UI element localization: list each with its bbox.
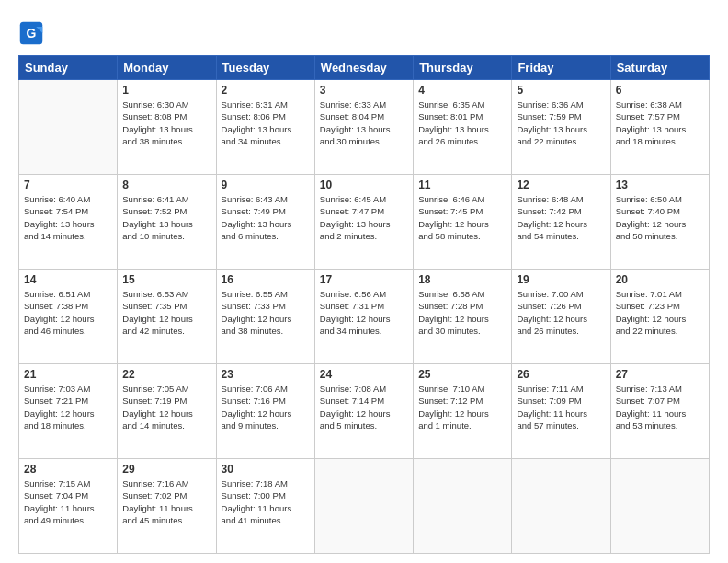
calendar-cell — [19, 80, 118, 175]
weekday-header-cell: Tuesday — [216, 56, 314, 80]
calendar-cell: 5Sunrise: 6:36 AMSunset: 7:59 PMDaylight… — [512, 80, 610, 175]
day-number: 3 — [320, 84, 408, 97]
calendar-cell: 15Sunrise: 6:53 AMSunset: 7:35 PMDayligh… — [118, 270, 216, 364]
calendar-cell: 28Sunrise: 7:15 AMSunset: 7:04 PMDayligh… — [19, 459, 118, 554]
day-number: 28 — [24, 463, 112, 476]
calendar-cell — [414, 459, 512, 554]
day-info: Sunrise: 7:01 AMSunset: 7:23 PMDaylight:… — [616, 288, 704, 337]
calendar-cell — [314, 459, 413, 554]
day-info: Sunrise: 6:41 AMSunset: 7:52 PMDaylight:… — [122, 193, 210, 242]
day-info: Sunrise: 6:30 AMSunset: 8:08 PMDaylight:… — [122, 98, 210, 147]
day-number: 2 — [222, 84, 310, 97]
day-number: 1 — [122, 84, 210, 97]
calendar-cell — [610, 459, 709, 554]
calendar-cell: 16Sunrise: 6:55 AMSunset: 7:33 PMDayligh… — [216, 270, 314, 364]
day-info: Sunrise: 7:16 AMSunset: 7:02 PMDaylight:… — [122, 477, 210, 526]
day-info: Sunrise: 6:48 AMSunset: 7:42 PMDaylight:… — [517, 193, 605, 242]
day-number: 29 — [122, 463, 210, 476]
day-info: Sunrise: 7:11 AMSunset: 7:09 PMDaylight:… — [517, 383, 605, 431]
day-info: Sunrise: 6:33 AMSunset: 8:04 PMDaylight:… — [320, 98, 408, 147]
day-number: 12 — [517, 178, 605, 191]
day-info: Sunrise: 6:46 AMSunset: 7:45 PMDaylight:… — [418, 193, 506, 242]
day-info: Sunrise: 7:06 AMSunset: 7:16 PMDaylight:… — [222, 383, 310, 431]
day-info: Sunrise: 6:35 AMSunset: 8:01 PMDaylight:… — [418, 98, 506, 147]
day-info: Sunrise: 6:51 AMSunset: 7:38 PMDaylight:… — [24, 288, 112, 337]
day-info: Sunrise: 7:03 AMSunset: 7:21 PMDaylight:… — [24, 383, 112, 431]
day-info: Sunrise: 7:00 AMSunset: 7:26 PMDaylight:… — [517, 288, 605, 337]
day-number: 14 — [24, 273, 112, 286]
calendar-cell: 10Sunrise: 6:45 AMSunset: 7:47 PMDayligh… — [314, 175, 413, 270]
day-number: 21 — [24, 368, 112, 381]
calendar-cell: 11Sunrise: 6:46 AMSunset: 7:45 PMDayligh… — [414, 175, 512, 270]
day-number: 24 — [320, 368, 408, 381]
day-info: Sunrise: 6:50 AMSunset: 7:40 PMDaylight:… — [616, 193, 704, 242]
day-info: Sunrise: 6:40 AMSunset: 7:54 PMDaylight:… — [24, 193, 112, 242]
calendar-week-row: 1Sunrise: 6:30 AMSunset: 8:08 PMDaylight… — [19, 80, 710, 175]
day-info: Sunrise: 7:10 AMSunset: 7:12 PMDaylight:… — [418, 383, 506, 431]
calendar-week-row: 7Sunrise: 6:40 AMSunset: 7:54 PMDaylight… — [19, 175, 710, 270]
day-number: 23 — [222, 368, 310, 381]
day-number: 13 — [616, 178, 704, 191]
calendar-cell: 25Sunrise: 7:10 AMSunset: 7:12 PMDayligh… — [414, 364, 512, 459]
calendar-cell: 17Sunrise: 6:56 AMSunset: 7:31 PMDayligh… — [314, 270, 413, 364]
day-number: 8 — [122, 178, 210, 191]
day-info: Sunrise: 6:38 AMSunset: 7:57 PMDaylight:… — [616, 98, 704, 147]
calendar-cell: 9Sunrise: 6:43 AMSunset: 7:49 PMDaylight… — [216, 175, 314, 270]
calendar-page: G SundayMondayTuesdayWednesdayThursdayFr… — [0, 0, 728, 563]
calendar-week-row: 14Sunrise: 6:51 AMSunset: 7:38 PMDayligh… — [19, 270, 710, 364]
logo-icon: G — [18, 20, 44, 46]
day-info: Sunrise: 6:53 AMSunset: 7:35 PMDaylight:… — [122, 288, 210, 337]
day-number: 15 — [122, 273, 210, 286]
calendar-cell: 14Sunrise: 6:51 AMSunset: 7:38 PMDayligh… — [19, 270, 118, 364]
day-number: 27 — [616, 368, 704, 381]
calendar-week-row: 28Sunrise: 7:15 AMSunset: 7:04 PMDayligh… — [19, 459, 710, 554]
day-info: Sunrise: 7:08 AMSunset: 7:14 PMDaylight:… — [320, 383, 408, 431]
calendar-cell: 3Sunrise: 6:33 AMSunset: 8:04 PMDaylight… — [314, 80, 413, 175]
calendar-week-row: 21Sunrise: 7:03 AMSunset: 7:21 PMDayligh… — [19, 364, 710, 459]
weekday-header-cell: Monday — [118, 56, 216, 80]
calendar-cell: 8Sunrise: 6:41 AMSunset: 7:52 PMDaylight… — [118, 175, 216, 270]
day-info: Sunrise: 7:05 AMSunset: 7:19 PMDaylight:… — [122, 383, 210, 431]
day-number: 26 — [517, 368, 605, 381]
day-number: 22 — [122, 368, 210, 381]
day-number: 11 — [418, 178, 506, 191]
day-info: Sunrise: 6:45 AMSunset: 7:47 PMDaylight:… — [320, 193, 408, 242]
day-info: Sunrise: 6:43 AMSunset: 7:49 PMDaylight:… — [222, 193, 310, 242]
day-number: 10 — [320, 178, 408, 191]
calendar-cell: 29Sunrise: 7:16 AMSunset: 7:02 PMDayligh… — [118, 459, 216, 554]
day-number: 20 — [616, 273, 704, 286]
day-info: Sunrise: 6:31 AMSunset: 8:06 PMDaylight:… — [222, 98, 310, 147]
calendar-cell: 13Sunrise: 6:50 AMSunset: 7:40 PMDayligh… — [610, 175, 709, 270]
day-number: 16 — [222, 273, 310, 286]
day-number: 17 — [320, 273, 408, 286]
weekday-header-cell: Friday — [512, 56, 610, 80]
day-number: 7 — [24, 178, 112, 191]
calendar-cell — [512, 459, 610, 554]
calendar-cell: 18Sunrise: 6:58 AMSunset: 7:28 PMDayligh… — [414, 270, 512, 364]
day-number: 5 — [517, 84, 605, 97]
calendar-cell: 19Sunrise: 7:00 AMSunset: 7:26 PMDayligh… — [512, 270, 610, 364]
calendar-cell: 7Sunrise: 6:40 AMSunset: 7:54 PMDaylight… — [19, 175, 118, 270]
calendar-cell: 6Sunrise: 6:38 AMSunset: 7:57 PMDaylight… — [610, 80, 709, 175]
calendar-cell: 21Sunrise: 7:03 AMSunset: 7:21 PMDayligh… — [19, 364, 118, 459]
calendar-cell: 20Sunrise: 7:01 AMSunset: 7:23 PMDayligh… — [610, 270, 709, 364]
calendar-cell: 22Sunrise: 7:05 AMSunset: 7:19 PMDayligh… — [118, 364, 216, 459]
calendar-table: SundayMondayTuesdayWednesdayThursdayFrid… — [18, 55, 710, 554]
svg-text:G: G — [27, 26, 37, 40]
weekday-header-row: SundayMondayTuesdayWednesdayThursdayFrid… — [19, 56, 710, 80]
day-number: 19 — [517, 273, 605, 286]
calendar-cell: 23Sunrise: 7:06 AMSunset: 7:16 PMDayligh… — [216, 364, 314, 459]
day-number: 18 — [418, 273, 506, 286]
day-number: 30 — [222, 463, 310, 476]
calendar-cell: 27Sunrise: 7:13 AMSunset: 7:07 PMDayligh… — [610, 364, 709, 459]
day-number: 6 — [616, 84, 704, 97]
day-info: Sunrise: 6:55 AMSunset: 7:33 PMDaylight:… — [222, 288, 310, 337]
weekday-header-cell: Thursday — [414, 56, 512, 80]
calendar-body: 1Sunrise: 6:30 AMSunset: 8:08 PMDaylight… — [19, 80, 710, 554]
day-info: Sunrise: 6:56 AMSunset: 7:31 PMDaylight:… — [320, 288, 408, 337]
day-info: Sunrise: 7:18 AMSunset: 7:00 PMDaylight:… — [222, 477, 310, 526]
day-info: Sunrise: 6:36 AMSunset: 7:59 PMDaylight:… — [517, 98, 605, 147]
calendar-cell: 12Sunrise: 6:48 AMSunset: 7:42 PMDayligh… — [512, 175, 610, 270]
calendar-cell: 26Sunrise: 7:11 AMSunset: 7:09 PMDayligh… — [512, 364, 610, 459]
calendar-cell: 2Sunrise: 6:31 AMSunset: 8:06 PMDaylight… — [216, 80, 314, 175]
